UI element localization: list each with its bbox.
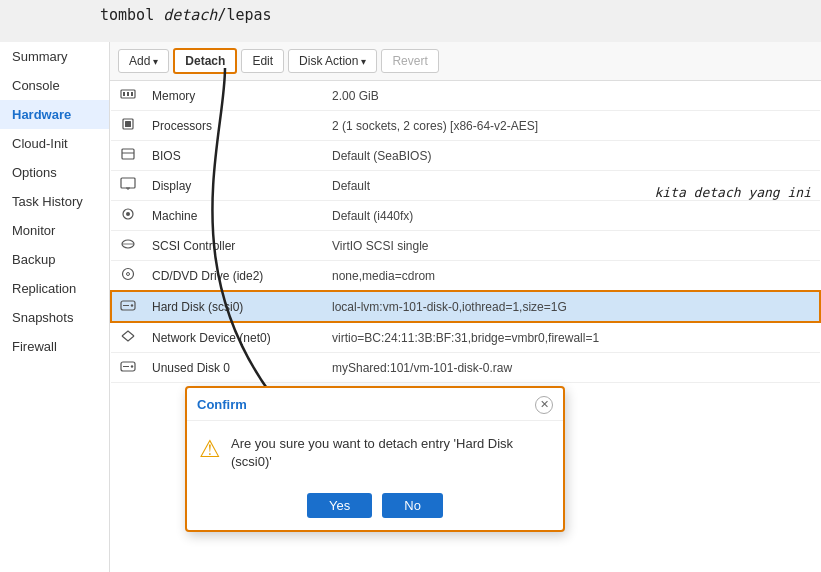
table-row[interactable]: CD/DVD Drive (ide2) none,media=cdrom	[111, 261, 820, 292]
confirm-message: Are you sure you want to detach entry 'H…	[231, 435, 551, 471]
sidebar-item-hardware[interactable]: Hardware	[0, 100, 109, 129]
network-icon	[111, 322, 144, 353]
cdvd-name: CD/DVD Drive (ide2)	[144, 261, 324, 292]
svg-point-15	[122, 269, 133, 280]
svg-rect-2	[127, 92, 129, 96]
harddisk-icon	[111, 291, 144, 322]
bios-icon	[111, 141, 144, 171]
confirm-body: ⚠ Are you sure you want to detach entry …	[187, 421, 563, 485]
sidebar-item-console[interactable]: Console	[0, 71, 109, 100]
sidebar-item-summary[interactable]: Summary	[0, 42, 109, 71]
disk-action-button[interactable]: Disk Action ▾	[288, 49, 377, 73]
processors-icon	[111, 111, 144, 141]
harddisk-name: Hard Disk (scsi0)	[144, 291, 324, 322]
detach-label: Detach	[185, 54, 225, 68]
sidebar-item-replication[interactable]: Replication	[0, 274, 109, 303]
display-icon	[111, 171, 144, 201]
machine-value: Default (i440fx)	[324, 201, 820, 231]
memory-name: Memory	[144, 81, 324, 111]
confirm-close-button[interactable]: ✕	[535, 396, 553, 414]
confirm-yes-button[interactable]: Yes	[307, 493, 372, 518]
svg-rect-8	[121, 178, 135, 188]
edit-label: Edit	[252, 54, 273, 68]
table-row[interactable]: SCSI Controller VirtIO SCSI single	[111, 231, 820, 261]
bios-value: Default (SeaBIOS)	[324, 141, 820, 171]
edit-button[interactable]: Edit	[241, 49, 284, 73]
warning-icon: ⚠	[199, 435, 221, 463]
confirm-dialog: Confirm ✕ ⚠ Are you sure you want to det…	[185, 386, 565, 532]
sidebar-item-monitor[interactable]: Monitor	[0, 216, 109, 245]
add-chevron-icon: ▾	[153, 56, 158, 67]
scsi-value: VirtIO SCSI single	[324, 231, 820, 261]
revert-button[interactable]: Revert	[381, 49, 438, 73]
disk-action-label: Disk Action	[299, 54, 358, 68]
side-annotation: kita detach yang ini	[654, 185, 811, 200]
table-row[interactable]: Memory 2.00 GiB	[111, 81, 820, 111]
sidebar-item-backup[interactable]: Backup	[0, 245, 109, 274]
processors-value: 2 (1 sockets, 2 cores) [x86-64-v2-AES]	[324, 111, 820, 141]
svg-point-16	[126, 273, 129, 276]
confirm-footer: Yes No	[187, 485, 563, 530]
table-row[interactable]: Unused Disk 0 myShared:101/vm-101-disk-0…	[111, 353, 820, 383]
add-label: Add	[129, 54, 150, 68]
harddisk-value: local-lvm:vm-101-disk-0,iothread=1,size=…	[324, 291, 820, 322]
svg-rect-3	[131, 92, 133, 96]
scsi-icon	[111, 231, 144, 261]
table-row[interactable]: Machine Default (i440fx)	[111, 201, 820, 231]
table-row[interactable]: Processors 2 (1 sockets, 2 cores) [x86-6…	[111, 111, 820, 141]
bios-name: BIOS	[144, 141, 324, 171]
svg-rect-6	[122, 149, 134, 159]
network-value: virtio=BC:24:11:3B:BF:31,bridge=vmbr0,fi…	[324, 322, 820, 353]
svg-rect-1	[123, 92, 125, 96]
confirm-title: Confirm	[197, 397, 247, 412]
svg-point-12	[126, 212, 130, 216]
top-annotation: tombol detach/lepas	[100, 6, 272, 24]
detach-button[interactable]: Detach	[173, 48, 237, 74]
confirm-header: Confirm ✕	[187, 388, 563, 421]
revert-label: Revert	[392, 54, 427, 68]
network-name: Network Device (net0)	[144, 322, 324, 353]
svg-point-18	[131, 304, 133, 306]
memory-value: 2.00 GiB	[324, 81, 820, 111]
machine-icon	[111, 201, 144, 231]
processors-name: Processors	[144, 111, 324, 141]
cdvd-value: none,media=cdrom	[324, 261, 820, 292]
sidebar-item-snapshots[interactable]: Snapshots	[0, 303, 109, 332]
toolbar: Add ▾ Detach Edit Disk Action ▾ Revert	[110, 42, 821, 81]
confirm-no-button[interactable]: No	[382, 493, 443, 518]
sidebar-item-options[interactable]: Options	[0, 158, 109, 187]
add-button[interactable]: Add ▾	[118, 49, 169, 73]
svg-point-21	[130, 365, 132, 367]
machine-name: Machine	[144, 201, 324, 231]
table-row[interactable]: Network Device (net0) virtio=BC:24:11:3B…	[111, 322, 820, 353]
unuseddisk-icon	[111, 353, 144, 383]
cdvd-icon	[111, 261, 144, 292]
memory-icon	[111, 81, 144, 111]
sidebar-item-cloudinit[interactable]: Cloud-Init	[0, 129, 109, 158]
scsi-name: SCSI Controller	[144, 231, 324, 261]
sidebar: Summary Console Hardware Cloud-Init Opti…	[0, 42, 110, 572]
sidebar-item-firewall[interactable]: Firewall	[0, 332, 109, 361]
display-name: Display	[144, 171, 324, 201]
svg-rect-5	[125, 121, 131, 127]
unuseddisk-value: myShared:101/vm-101-disk-0.raw	[324, 353, 820, 383]
harddisk-row[interactable]: Hard Disk (scsi0) local-lvm:vm-101-disk-…	[111, 291, 820, 322]
disk-action-chevron-icon: ▾	[361, 56, 366, 67]
sidebar-item-taskhistory[interactable]: Task History	[0, 187, 109, 216]
unuseddisk-name: Unused Disk 0	[144, 353, 324, 383]
table-row[interactable]: BIOS Default (SeaBIOS)	[111, 141, 820, 171]
